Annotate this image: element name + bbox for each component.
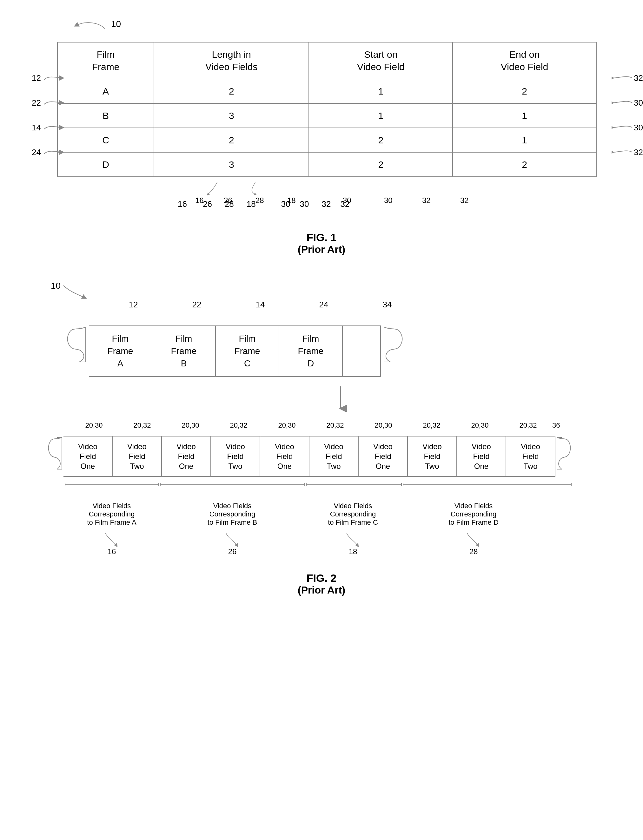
bracket-labels-row: Video Fields Corresponding to Film Frame…: [64, 502, 618, 527]
cell-frame-a: A: [57, 79, 154, 103]
cell-frame-d: D: [57, 152, 154, 177]
film-ref-14: 14: [228, 300, 292, 309]
right-label-30b: 30: [612, 115, 643, 140]
bracket-refs-row: 16 26 18: [64, 531, 618, 556]
row-label-22: 22: [32, 90, 65, 115]
vf-9: VideoFieldOne: [457, 436, 506, 477]
fig2-caption-line2: (Prior Art): [25, 584, 618, 596]
fig2-caption: FIG. 2 (Prior Art): [25, 572, 618, 596]
bracket-label-d: Video Fields Corresponding to Film Frame…: [401, 502, 546, 527]
bracket-ref-18: 18: [305, 531, 401, 556]
fig1-caption-line1: FIG. 1: [25, 231, 618, 244]
table-row: B 3 1 1: [57, 103, 596, 128]
vl-8: 20,32: [408, 421, 456, 430]
right-label-32b: 32: [612, 140, 643, 164]
row-label-12: 12: [32, 66, 65, 90]
vf-8: VideoFieldTwo: [408, 436, 457, 477]
table-row: A 2 1 2: [57, 79, 596, 103]
bracket-svg: [64, 479, 603, 497]
cell-length-b: 3: [154, 103, 309, 128]
cell-end-a: 2: [452, 79, 596, 103]
film-frame-a: FilmFrameA: [89, 326, 152, 377]
ref-30b: 30: [300, 199, 309, 209]
ref-26: 26: [203, 199, 212, 209]
cell-end-c: 1: [452, 128, 596, 152]
bracket-label-a: Video Fields Corresponding to Film Frame…: [64, 502, 160, 527]
fig2-section: 10 12 22 14 24 34: [25, 281, 618, 596]
film-strip-container: FilmFrameA FilmFrameB FilmFrameC FilmFra…: [64, 326, 618, 377]
vl-6: 20,32: [311, 421, 359, 430]
cell-end-b: 1: [452, 103, 596, 128]
vf-7: VideoFieldOne: [359, 436, 408, 477]
fig1-table: FilmFrame Length inVideo Fields Start on…: [57, 42, 597, 177]
film-frame-d: FilmFrameD: [279, 326, 343, 377]
page-container: 10 12 22: [0, 0, 643, 840]
right-label-32a: 32: [612, 66, 643, 90]
col-header-length: Length inVideo Fields: [154, 42, 309, 79]
vf-4: VideoFieldTwo: [211, 436, 260, 477]
fig1-caption: FIG. 1 (Prior Art): [25, 231, 618, 256]
cell-frame-b: B: [57, 103, 154, 128]
table-row: C 2 2 1: [57, 128, 596, 152]
fig2-outer: 10 12 22 14 24 34: [25, 281, 618, 596]
vl-7: 20,30: [359, 421, 408, 430]
fig2-caption-line1: FIG. 2: [25, 572, 618, 584]
video-left-end: [44, 436, 64, 471]
cell-frame-c: C: [57, 128, 154, 152]
bracket-label-b: Video Fields Corresponding to Film Frame…: [160, 502, 305, 527]
right-label-30a: 30: [612, 90, 643, 115]
cell-length-d: 3: [154, 152, 309, 177]
film-ref-22: 22: [165, 300, 228, 309]
cell-start-b: 1: [309, 103, 452, 128]
vf-1: VideoFieldOne: [64, 436, 113, 477]
cell-end-d: 2: [452, 152, 596, 177]
fig1-caption-line2: (Prior Art): [25, 244, 618, 256]
film-frame-b: FilmFrameB: [152, 326, 216, 377]
cell-start-d: 2: [309, 152, 452, 177]
fig1-table-wrapper: 12 22 14: [57, 42, 618, 209]
ref-32a: 32: [322, 199, 331, 209]
col-header-start: Start onVideo Field: [309, 42, 452, 79]
video-right-end: [555, 436, 574, 471]
cell-length-c: 2: [154, 128, 309, 152]
video-strip-container: VideoFieldOne VideoFieldTwo VideoFieldOn…: [44, 436, 618, 557]
bracket-ref-26: 26: [160, 531, 305, 556]
arrow-down: [64, 386, 618, 412]
row-label-24: 24: [32, 140, 65, 164]
vl-2: 20,32: [118, 421, 166, 430]
film-strip: FilmFrameA FilmFrameB FilmFrameC FilmFra…: [64, 326, 618, 377]
vf-2: VideoFieldTwo: [113, 436, 162, 477]
col-header-end: End onVideo Field: [452, 42, 596, 79]
vf-3: VideoFieldOne: [162, 436, 211, 477]
film-ref-12: 12: [101, 300, 165, 309]
ref-16: 16: [178, 199, 187, 209]
vl-4: 20,32: [215, 421, 263, 430]
vf-6: VideoFieldTwo: [309, 436, 359, 477]
fig1-section: 10 12 22: [25, 19, 618, 256]
vl-3: 20,30: [166, 421, 215, 430]
bottom-ref-labels: 16 26 28 18 30 30 32 32: [57, 199, 618, 209]
vl-1: 20,30: [70, 421, 118, 430]
bracket-label-c: Video Fields Corresponding to Film Frame…: [305, 502, 401, 527]
video-strip: VideoFieldOne VideoFieldTwo VideoFieldOn…: [44, 436, 618, 477]
film-left-end: [64, 326, 89, 363]
vf-10: VideoFieldTwo: [506, 436, 555, 477]
vf-5: VideoFieldOne: [260, 436, 309, 477]
film-ref-34: 34: [356, 300, 419, 309]
vl-5: 20,30: [263, 421, 311, 430]
film-ref-24: 24: [292, 300, 356, 309]
vl-10: 20,32: [504, 421, 552, 430]
ref-18: 18: [246, 199, 256, 209]
row-label-14: 14: [32, 115, 65, 140]
cell-start-c: 2: [309, 128, 452, 152]
vl-9: 20,30: [456, 421, 504, 430]
bracket-ref-16: 16: [64, 531, 160, 556]
film-frame-end: [343, 326, 381, 377]
vl-36: 36: [552, 421, 560, 430]
film-frame-c: FilmFrameC: [216, 326, 279, 377]
video-top-labels: 20,30 20,32 20,30 20,32 20,30 20,32 20,3…: [51, 421, 618, 430]
table-row: D 3 2 2: [57, 152, 596, 177]
film-right-end: [381, 326, 406, 363]
col-header-frame: FilmFrame: [57, 42, 154, 79]
bracket-ref-28: 28: [401, 531, 546, 556]
